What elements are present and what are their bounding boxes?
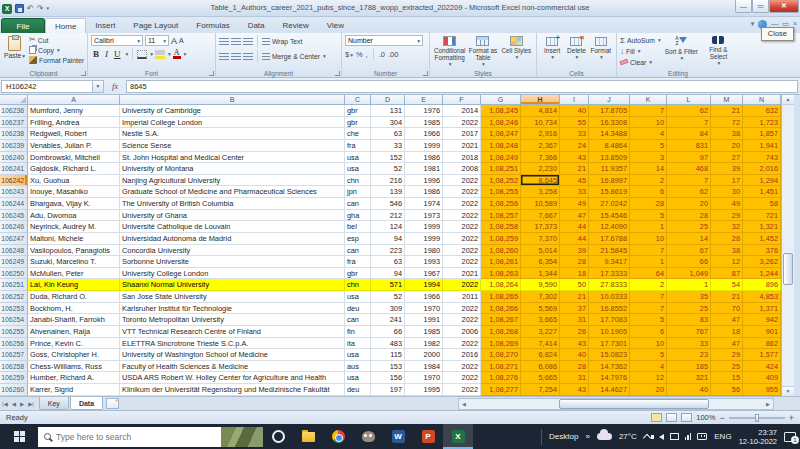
cell-N106246[interactable]: 1,321 [743,221,781,233]
cell-K106236[interactable]: 7 [630,105,667,117]
undo-icon[interactable]: ↶ [27,4,34,13]
cell-F106236[interactable]: 2014 [443,105,481,117]
cell-B106260[interactable]: Klinikum der Universität Regensburg und … [120,384,345,396]
cell-B106248[interactable]: Concordia University [120,245,345,257]
cell-H106253[interactable]: 5,569 [521,303,560,315]
cell-M106255[interactable]: 18 [711,326,743,338]
row-header-106250[interactable]: 106250 [0,268,28,280]
column-header-N[interactable]: N [743,95,781,105]
grow-font-button[interactable]: A [171,36,177,46]
cell-I106258[interactable]: 28 [560,361,589,373]
excel-taskbar-button[interactable]: X [443,424,473,449]
cell-E106259[interactable]: 1970 [405,372,443,384]
cell-M106249[interactable]: 12 [711,256,743,268]
cell-L106236[interactable]: 62 [667,105,711,117]
normal-view-icon[interactable] [651,413,662,422]
cell-L106253[interactable]: 25 [667,303,711,315]
zoom-slider[interactable] [729,417,785,419]
vertical-scroll-thumb[interactable] [783,253,793,285]
insert-function-button[interactable]: fx [104,81,126,91]
row-header-106240[interactable]: 106240 [0,152,28,164]
cell-E106243[interactable]: 1986 [405,186,443,198]
cell-F106253[interactable]: 2022 [443,303,481,315]
cell-C106242[interactable]: chn [345,175,371,187]
first-sheet-icon[interactable]: |◀ [0,401,10,407]
cell-B106245[interactable]: University of Ghana [120,210,345,222]
cell-N106256[interactable]: 862 [743,338,781,350]
horizontal-scrollbar[interactable]: ◀ ▶ [458,398,774,410]
cell-H106246[interactable]: 17,373 [521,221,560,233]
row-header-106249[interactable]: 106249 [0,256,28,268]
cell-E106240[interactable]: 1986 [405,152,443,164]
cell-K106259[interactable]: 12 [630,372,667,384]
cell-G106260[interactable]: 1,08,277 [481,384,521,396]
row-header-106259[interactable]: 106259 [0,372,28,384]
cell-H106259[interactable]: 5,665 [521,372,560,384]
cell-L106260[interactable]: 40 [667,384,711,396]
cell-G106240[interactable]: 1,08,249 [481,152,521,164]
column-header-L[interactable]: L [667,95,711,105]
zoom-out-icon[interactable]: − [719,414,724,422]
cell-C106257[interactable]: usa [345,349,371,361]
zoom-in-icon[interactable]: + [789,414,794,422]
cell-M106241[interactable]: 39 [711,163,743,175]
cell-I106251[interactable]: 50 [560,279,589,291]
cell-G106258[interactable]: 1,08,271 [481,361,521,373]
cell-L106259[interactable]: 321 [667,372,711,384]
chrome-button[interactable] [323,424,353,449]
cell-F106258[interactable]: 2022 [443,361,481,373]
cell-I106240[interactable]: 43 [560,152,589,164]
scroll-up-icon[interactable]: ▲ [782,95,794,105]
cell-I106260[interactable]: 43 [560,384,589,396]
cell-L106251[interactable]: 1 [667,279,711,291]
sheet-tab-key[interactable]: Key [39,397,69,410]
cell-A106250[interactable]: McMullen, Peter [28,268,120,280]
column-header-I[interactable]: I [560,95,589,105]
cell-B106255[interactable]: VTT Technical Research Centre of Finland [120,326,345,338]
cell-N106250[interactable]: 1,244 [743,268,781,280]
cell-H106255[interactable]: 3,227 [521,326,560,338]
cell-D106249[interactable]: 63 [371,256,405,268]
cell-C106253[interactable]: deu [345,303,371,315]
cut-button[interactable]: ✂Cut [29,35,84,45]
cell-J106239[interactable]: 8.4864 [589,140,630,152]
search-highlight-image[interactable] [221,427,263,447]
cell-K106243[interactable]: 6 [630,186,667,198]
cell-J106254[interactable]: 17.7083 [589,314,630,326]
cell-E106249[interactable]: 1993 [405,256,443,268]
row-header-106242[interactable]: 106242 [0,175,28,187]
close-button[interactable]: ✕ [769,0,799,13]
speaker-icon[interactable] [659,434,664,440]
cell-K106246[interactable]: 1 [630,221,667,233]
clipboard-dialog-launcher[interactable] [81,71,86,76]
cell-G106257[interactable]: 1,08,270 [481,349,521,361]
cell-E106255[interactable]: 1985 [405,326,443,338]
cell-A106239[interactable]: Venables, Julian P. [28,140,120,152]
autosum-button[interactable]: ΣAutoSum▾ [620,35,662,45]
restore-button[interactable]: ▭ [752,0,769,13]
cell-L106238[interactable]: 84 [667,128,711,140]
cell-C106246[interactable]: bel [345,221,371,233]
cell-F106238[interactable]: 2017 [443,128,481,140]
cell-B106257[interactable]: University of Washington School of Medic… [120,349,345,361]
cell-A106259[interactable]: Humber, Richard A. [28,372,120,384]
cell-G106247[interactable]: 1,08,259 [481,233,521,245]
cell-D106255[interactable]: 66 [371,326,405,338]
font-dialog-launcher[interactable] [209,71,214,76]
cell-H106257[interactable]: 6,824 [521,349,560,361]
file-tab[interactable]: File [1,18,45,33]
cell-L106257[interactable]: 23 [667,349,711,361]
ribbon-tab-page-layout[interactable]: Page Layout [124,18,187,33]
cell-G106236[interactable]: 1,08,245 [481,105,521,117]
cell-K106248[interactable]: 7 [630,245,667,257]
cell-G106253[interactable]: 1,08,266 [481,303,521,315]
cell-B106247[interactable]: Universidad Autónoma de Madrid [120,233,345,245]
search-input[interactable] [56,432,196,442]
sort-filter-button[interactable]: AZ Sort & Filter▾ [664,35,699,67]
cell-M106240[interactable]: 27 [711,152,743,164]
cell-F106255[interactable]: 2006 [443,326,481,338]
row-header-106258[interactable]: 106258 [0,361,28,373]
cell-D106257[interactable]: 115 [371,349,405,361]
cell-K106241[interactable]: 14 [630,163,667,175]
formula-input[interactable]: 8645 [126,80,798,93]
